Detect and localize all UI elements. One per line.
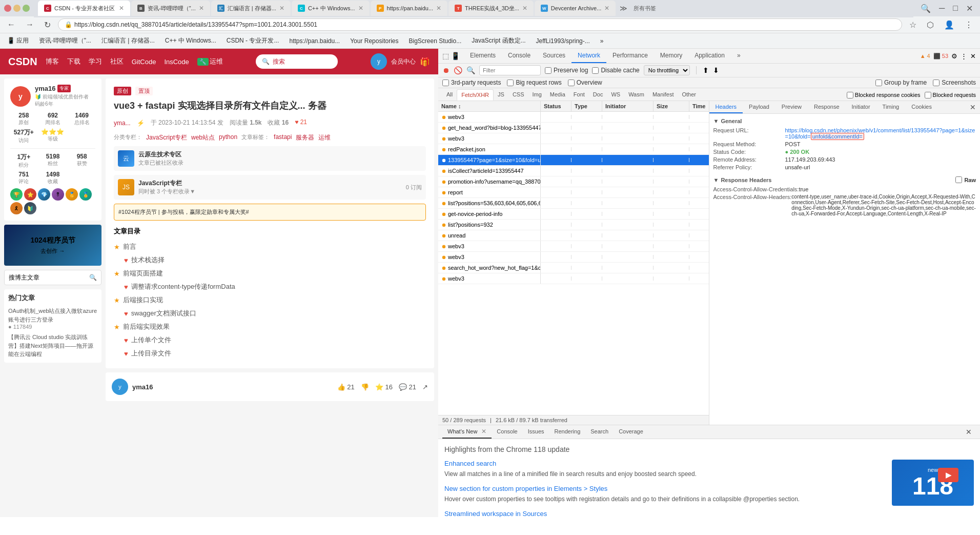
- hot-article-1[interactable]: OAuth机制_web站点接入微软azure账号进行三方登录: [8, 307, 97, 324]
- bottom-panel-close-button[interactable]: ✕: [962, 425, 976, 439]
- menu-button[interactable]: ⋮: [962, 19, 976, 31]
- toc-item-frontend[interactable]: ★ 前端页面搭建: [114, 267, 426, 280]
- tab-sources[interactable]: Sources: [537, 49, 571, 63]
- like-button[interactable]: 👍 21: [337, 383, 355, 391]
- filter-font[interactable]: Font: [569, 89, 589, 101]
- table-row[interactable]: ⏺get_head_word?bid=blog-133955447: [438, 123, 709, 133]
- response-headers-title[interactable]: ▼ Response Headers Raw: [713, 176, 976, 183]
- blocked-requests-label[interactable]: Blocked requests: [925, 89, 976, 101]
- screenshots-label[interactable]: Screenshots: [933, 79, 976, 86]
- detail-tab-initiator[interactable]: Initiator: [846, 101, 876, 113]
- toc-item-tech[interactable]: ♥ 技术栈选择: [114, 253, 426, 267]
- tab-application[interactable]: Application: [688, 49, 731, 63]
- bookmark-bigscreen[interactable]: BigScreen Studio...: [405, 36, 464, 46]
- third-party-label[interactable]: 3rd-party requests: [442, 79, 501, 86]
- bookmark-more[interactable]: »: [597, 36, 607, 46]
- youtube-button[interactable]: ▶: [938, 468, 958, 482]
- col-status[interactable]: Status: [541, 101, 571, 111]
- tab-performance[interactable]: Performance: [606, 49, 654, 63]
- tab-close5-icon[interactable]: ✕: [436, 5, 441, 12]
- tag-python[interactable]: python: [219, 133, 237, 142]
- bookmark-js[interactable]: JavaScript 函数定...: [468, 35, 528, 46]
- col-time[interactable]: Time: [689, 101, 709, 111]
- group-by-frame-label[interactable]: Group by frame: [875, 79, 927, 86]
- tab-other4[interactable]: P https://pan.baidu... ✕: [371, 1, 448, 16]
- tab-elements[interactable]: Elements: [464, 49, 502, 63]
- bookmark-pan[interactable]: https://pan.baidu...: [286, 36, 343, 46]
- overview-label[interactable]: Overview: [568, 79, 602, 86]
- tab-close4-icon[interactable]: ✕: [358, 5, 363, 12]
- tab-close6-icon[interactable]: ✕: [522, 5, 527, 12]
- profile-button[interactable]: 👤: [941, 19, 957, 31]
- table-row[interactable]: ⏺redPacket.json: [438, 144, 709, 155]
- table-row[interactable]: ⏺webv3: [438, 241, 709, 252]
- screenshots-checkbox[interactable]: [933, 80, 940, 86]
- back-button[interactable]: ←: [4, 19, 18, 30]
- share-button[interactable]: ↗: [422, 383, 428, 391]
- table-row[interactable]: ⏺133955447?page=1&size=10&fold=unf...: [438, 155, 709, 166]
- toc-item-content-type[interactable]: ♥ 调整请求content-type传递formData: [114, 280, 426, 293]
- table-row[interactable]: ⏺promotion-info?username=qq_38870145: [438, 176, 709, 187]
- member-center-link[interactable]: 会员中心: [391, 57, 416, 66]
- filter-fetch-xhr[interactable]: Fetch/XHR: [457, 89, 494, 101]
- tag-ops[interactable]: 运维: [318, 133, 331, 142]
- window-close-button[interactable]: [4, 5, 11, 12]
- custom-properties-title[interactable]: New section for custom properties in Ele…: [444, 485, 886, 492]
- device-toolbar-button[interactable]: 📱: [451, 52, 460, 60]
- third-party-checkbox[interactable]: [442, 80, 449, 86]
- filter-ws[interactable]: WS: [607, 89, 624, 101]
- star-button[interactable]: ⭐ 16: [375, 383, 393, 391]
- more-tabs-button[interactable]: ≫: [617, 3, 630, 13]
- toc-item-swagger[interactable]: ♥ swagger文档测试接口: [114, 307, 426, 320]
- inspect-element-button[interactable]: ⬚: [442, 52, 449, 60]
- bottom-tab-issues[interactable]: Issues: [523, 425, 549, 439]
- filter-img[interactable]: Img: [528, 89, 546, 101]
- blocked-requests-checkbox[interactable]: [925, 92, 931, 98]
- raw-checkbox-label[interactable]: Raw: [955, 176, 976, 183]
- detail-tab-cookies[interactable]: Cookies: [905, 101, 938, 113]
- filter-all[interactable]: All: [442, 89, 457, 101]
- col-size[interactable]: Size: [654, 101, 689, 111]
- hot-article-2[interactable]: 【腾讯云 Cloud studio 实战训练营】搭建Next矩阵项目——拖开源能…: [8, 333, 97, 359]
- tab-close-icon[interactable]: ✕: [119, 5, 124, 12]
- search-tabs-button[interactable]: 🔍: [917, 3, 934, 14]
- detail-tab-timing[interactable]: Timing: [876, 101, 906, 113]
- group-by-frame-checkbox[interactable]: [875, 80, 882, 86]
- close-detail-button[interactable]: ✕: [966, 101, 980, 113]
- toc-item-effect[interactable]: ★ 前后端实现效果: [114, 320, 426, 333]
- blocked-cookies-label[interactable]: Blocked response cookies: [847, 89, 921, 101]
- table-row[interactable]: ⏺report: [438, 187, 709, 198]
- forward-button[interactable]: →: [23, 19, 37, 30]
- nav-inscode[interactable]: InsCode: [164, 58, 189, 66]
- preserve-log-label[interactable]: Preserve log: [545, 67, 588, 74]
- table-row[interactable]: ⏺list?positions=932: [438, 220, 709, 230]
- disable-cache-label[interactable]: Disable cache: [592, 67, 639, 74]
- window-maximize-button[interactable]: [23, 5, 30, 12]
- csdn-search-box[interactable]: 🔍 搜索: [256, 54, 338, 69]
- preserve-log-checkbox[interactable]: [545, 67, 552, 74]
- filter-js[interactable]: JS: [494, 89, 508, 101]
- toc-item-foreword[interactable]: ★ 前言: [114, 240, 426, 253]
- dislike-button[interactable]: 👎: [361, 383, 369, 391]
- toc-item-upload-single[interactable]: ♥ 上传单个文件: [114, 333, 426, 347]
- overview-checkbox[interactable]: [568, 80, 575, 86]
- minimize-button[interactable]: ─: [936, 3, 948, 14]
- table-row[interactable]: ⏺webv3: [438, 273, 709, 284]
- tab-close3-icon[interactable]: ✕: [279, 5, 284, 12]
- col-name[interactable]: Name ↕: [438, 101, 541, 111]
- address-bar[interactable]: 🔒 https://blog.csdn.net/qq_38870145/arti…: [58, 18, 902, 31]
- tab-network[interactable]: Network: [571, 49, 606, 63]
- workspace-title[interactable]: Streamlined workspace in Sources: [444, 510, 886, 517]
- tab-more[interactable]: »: [731, 49, 747, 63]
- table-row[interactable]: ⏺get-novice-period-info: [438, 209, 709, 220]
- general-title[interactable]: ▼ General: [713, 118, 976, 124]
- nav-community[interactable]: 社区: [110, 57, 124, 66]
- extensions-button[interactable]: ⬡: [924, 19, 937, 31]
- nav-blog[interactable]: 博客: [46, 57, 59, 66]
- filter-manifest[interactable]: Manifest: [648, 89, 678, 101]
- table-row[interactable]: ⏺webv3: [438, 252, 709, 263]
- reload-button[interactable]: ↻: [41, 19, 54, 31]
- bookmark-github[interactable]: Your Repositories: [347, 36, 401, 46]
- tab-other6[interactable]: W Devcenter Archive... ✕: [535, 1, 616, 16]
- filter-toggle-button[interactable]: 🔍: [466, 66, 475, 74]
